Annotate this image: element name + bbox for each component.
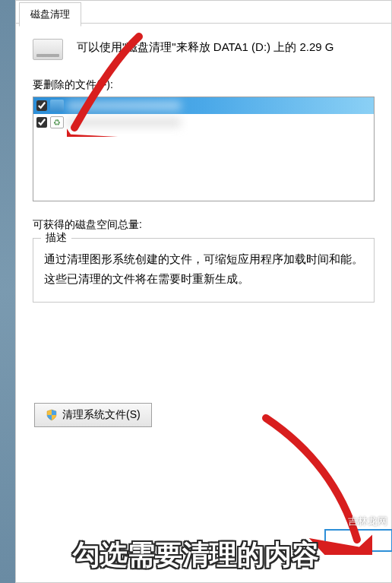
intro-text: 可以使用"磁盘清理"来释放 DATA1 (D:) 上的 2.29 G [77, 37, 334, 56]
sys-btn-row: 清理系统文件(S) [33, 401, 375, 429]
dialog-content: 可以使用"磁盘清理"来释放 DATA1 (D:) 上的 2.29 G 要删除的文… [16, 24, 391, 442]
file-name [67, 118, 181, 127]
files-label: 要删除的文件(F): [33, 78, 375, 92]
file-row[interactable] [33, 97, 374, 114]
space-label: 可获得的磁盘空间总量: [33, 218, 375, 232]
tab-disk-cleanup[interactable]: 磁盘清理 [19, 2, 81, 27]
intro-row: 可以使用"磁盘清理"来释放 DATA1 (D:) 上的 2.29 G [33, 37, 375, 60]
description-legend: 描述 [41, 231, 71, 245]
file-checkbox[interactable] [36, 100, 47, 111]
recycle-bin-icon [50, 116, 64, 128]
clean-system-files-button[interactable]: 清理系统文件(S) [34, 403, 152, 427]
drive-icon [33, 39, 63, 60]
file-checkbox[interactable] [36, 117, 47, 128]
sys-btn-label: 清理系统文件(S) [62, 408, 141, 422]
dialog-window: 磁盘清理 可以使用"磁盘清理"来释放 DATA1 (D:) 上的 2.29 G … [15, 0, 392, 583]
file-name [67, 101, 181, 110]
tab-label: 磁盘清理 [30, 8, 70, 20]
description-text: 通过清理图形系统创建的文件，可缩短应用程序加载时间和能。这些已清理的文件将在需要… [44, 249, 363, 288]
folder-icon [50, 100, 64, 112]
caption-overlay: 勾选需要清理的内容 [0, 537, 392, 574]
file-list[interactable] [33, 97, 375, 201]
file-row[interactable] [33, 114, 374, 131]
description-group: 描述 通过清理图形系统创建的文件，可缩短应用程序加载时间和能。这些已清理的文件将… [33, 238, 375, 303]
watermark-text: 吉林龙网 [348, 515, 387, 528]
tab-bar: 磁盘清理 [16, 1, 391, 24]
shield-icon [46, 409, 58, 421]
